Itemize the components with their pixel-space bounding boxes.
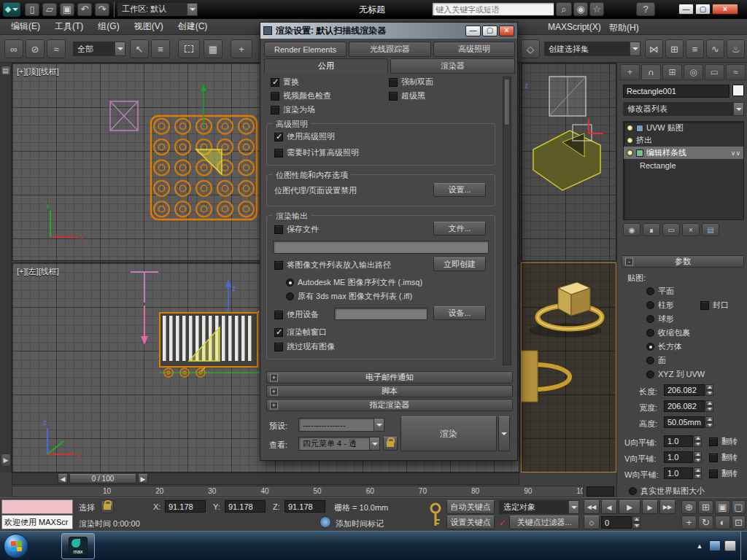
assign-renderer-rollout[interactable]: + 指定渲染器 (266, 399, 513, 411)
w-tile-spinner[interactable] (694, 467, 702, 479)
time-slider-track[interactable]: ◀ 0 / 100 ▶ (12, 472, 519, 485)
track-bar[interactable]: 10 20 30 40 50 60 70 80 90 100 (12, 486, 584, 497)
motion-tab-icon[interactable]: ◎ (684, 64, 703, 80)
unlink-selection-icon[interactable]: ⊘ (26, 39, 44, 58)
menu-help[interactable]: 帮助(H) (603, 20, 646, 36)
render-button[interactable]: 渲染 (400, 416, 497, 451)
mirror-icon[interactable]: ⋈ (645, 39, 663, 58)
preset-dropdown[interactable]: ---------------- (298, 418, 384, 432)
radio-xyz-to-uvw[interactable]: XYZ 到 UVW (646, 369, 705, 380)
output-file-path-field[interactable] (273, 241, 489, 254)
bitmap-setup-button[interactable]: 设置... (433, 183, 486, 197)
go-to-end-button[interactable]: ▶▶ (659, 500, 676, 514)
radio-planar[interactable]: 平面 (646, 286, 674, 297)
tab-common[interactable]: 公用 (264, 58, 388, 74)
favorites-star-icon[interactable]: ☆ (589, 2, 604, 16)
visibility-bulb-icon[interactable] (627, 125, 633, 131)
compute-advanced-lighting-checkbox[interactable]: 需要时计算高级照明 (274, 147, 359, 158)
frame-spinner[interactable] (632, 516, 640, 529)
maxscript-listener-output[interactable]: 欢迎使用 MAXScr (1, 515, 73, 529)
zoom-extents-icon[interactable]: ▣ (715, 500, 730, 514)
email-notifications-rollout[interactable]: + 电子邮件通知 (266, 371, 513, 384)
devices-button[interactable]: 设备... (433, 306, 486, 320)
hierarchy-tab-icon[interactable]: ⊞ (662, 64, 682, 80)
length-field[interactable] (664, 384, 705, 396)
viewport-left-label[interactable]: [+][左][线框] (17, 266, 59, 277)
v-tile-spinner[interactable] (694, 451, 702, 463)
tray-volume-icon[interactable] (724, 540, 736, 551)
search-icon[interactable]: ⌕ (556, 2, 572, 16)
dialog-titlebar[interactable]: 渲染设置: 默认扫描线渲染器 — ▢ × (260, 23, 517, 39)
legacy-ifl-radio[interactable]: 原有 3ds max 图像文件列表 (.ifl) (286, 291, 412, 302)
cap-checkbox[interactable]: 封口 (700, 300, 729, 311)
radio-box[interactable]: 长方体 (646, 341, 682, 352)
autodesk-imsq-radio[interactable]: Autodesk ME 图像序列文件 (.imsq) (286, 277, 422, 288)
height-spinner[interactable] (705, 416, 713, 428)
select-by-name-icon[interactable]: ≡ (151, 39, 170, 58)
video-color-check-checkbox[interactable]: 视频颜色检查 (271, 90, 331, 101)
skip-existing-images-checkbox[interactable]: 跳过现有图像 (274, 341, 335, 352)
modify-tab-icon[interactable]: ∩ (641, 64, 661, 80)
next-frame-playback-button[interactable]: ▶ (642, 500, 658, 514)
select-and-move-icon[interactable]: + (231, 39, 252, 58)
width-spinner[interactable] (705, 400, 713, 412)
scene-explorer-open-icon[interactable]: ▶ (1, 454, 11, 467)
menu-views[interactable]: 视图(V) (128, 19, 170, 34)
app-logo-icon[interactable]: ◆ (3, 2, 20, 17)
align-icon[interactable]: ⊞ (665, 39, 684, 58)
make-unique-icon[interactable]: ▭ (662, 223, 680, 236)
expand-icon[interactable]: + (270, 387, 278, 395)
field-of-view-icon[interactable]: ◐ (715, 516, 730, 529)
u-tile-field[interactable] (664, 435, 693, 447)
menu-group[interactable]: 组(G) (91, 19, 125, 34)
bind-to-spacewarp-icon[interactable]: ≈ (47, 39, 66, 58)
modifier-list-dropdown[interactable]: 修改器列表 (623, 102, 744, 116)
current-frame-field[interactable] (601, 516, 632, 529)
render-setup-icon[interactable]: ♨ (727, 39, 745, 58)
curve-editor-icon[interactable]: ∿ (706, 39, 724, 58)
super-black-checkbox[interactable]: 超级黑 (389, 90, 425, 101)
open-file-icon[interactable]: ▱ (42, 3, 57, 16)
maximize-viewport-icon[interactable]: ⊡ (732, 516, 746, 529)
create-now-button[interactable]: 立即创建 (433, 257, 486, 271)
selection-set-dropdown[interactable]: 选定对象 (499, 500, 579, 514)
stack-item-uvw-map[interactable]: UVW 贴图 (624, 122, 743, 134)
width-field[interactable] (664, 400, 705, 412)
dialog-minimize-button[interactable]: — (465, 26, 481, 36)
show-end-result-icon[interactable]: ∎ (643, 223, 660, 236)
selection-filter-dropdown[interactable]: 全部 (73, 42, 125, 56)
undo-icon[interactable]: ↶ (77, 3, 92, 16)
y-coordinate-field[interactable] (225, 500, 266, 513)
save-file-icon[interactable]: ▣ (60, 3, 74, 16)
dialog-maximize-button[interactable]: ▢ (482, 26, 498, 36)
time-tag-icon[interactable] (320, 516, 331, 528)
radio-spherical[interactable]: 球形 (646, 314, 674, 324)
visibility-bulb-icon[interactable] (627, 137, 633, 144)
force-two-sided-checkbox[interactable]: 强制双面 (389, 77, 433, 88)
files-button[interactable]: 文件... (433, 222, 486, 236)
u-flip-checkbox[interactable]: 翻转 (709, 436, 738, 447)
dialog-scrollbar-thumb[interactable] (504, 79, 510, 125)
tab-advanced-lighting[interactable]: 高级照明 (433, 42, 515, 57)
start-button[interactable] (4, 534, 28, 559)
v-tile-field[interactable] (664, 451, 693, 463)
w-tile-field[interactable] (664, 467, 693, 479)
create-tab-icon[interactable]: + (620, 64, 640, 80)
tab-raytracer[interactable]: 光线跟踪器 (349, 42, 431, 57)
v-flip-checkbox[interactable]: 翻转 (709, 452, 738, 463)
visibility-bulb-icon[interactable] (627, 149, 633, 156)
menu-create[interactable]: 创建(C) (171, 19, 214, 34)
maxscript-listener-input[interactable] (1, 499, 73, 514)
selection-region-icon[interactable] (178, 39, 200, 58)
window-maximize-button[interactable]: ▢ (695, 4, 711, 15)
orbit-icon[interactable]: ↻ (698, 516, 713, 529)
expand-chevron-icon[interactable]: ∨∨ (731, 149, 740, 157)
set-key-button[interactable]: 设置关键点 (446, 516, 495, 529)
use-advanced-lighting-checkbox[interactable]: 使用高级照明 (274, 131, 335, 142)
stack-item-extrude[interactable]: 挤出 (624, 134, 743, 147)
next-frame-button[interactable]: ▶ (138, 474, 148, 483)
display-tab-icon[interactable]: ▭ (705, 64, 724, 80)
render-to-fields-checkbox[interactable]: 渲染为场 (271, 104, 315, 115)
edit-named-selection-icon[interactable]: ◇ (521, 39, 540, 58)
time-slider-button[interactable]: 0 / 100 (69, 474, 136, 483)
